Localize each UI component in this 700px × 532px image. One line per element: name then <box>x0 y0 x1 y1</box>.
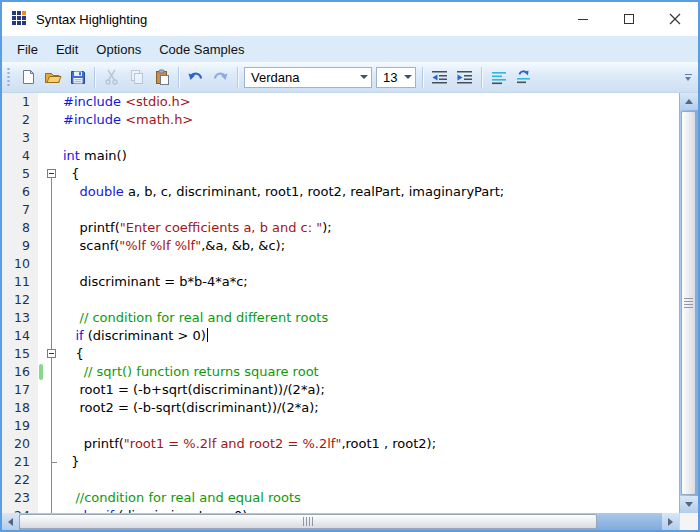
line-number: 18 <box>2 399 38 417</box>
code-text[interactable]: { <box>60 345 679 363</box>
new-file-button[interactable] <box>15 65 40 90</box>
scroll-left-button[interactable] <box>2 513 19 530</box>
scroll-up-button[interactable] <box>680 93 698 110</box>
line-number: 17 <box>2 381 38 399</box>
code-text[interactable]: { <box>60 165 679 183</box>
font-family-value: Verdana <box>245 70 356 85</box>
menu-options[interactable]: Options <box>87 38 150 61</box>
code-line[interactable]: 3 <box>2 129 679 147</box>
horizontal-scroll-thumb[interactable] <box>19 514 597 529</box>
code-line[interactable]: 2#include <math.h> <box>2 111 679 129</box>
code-text[interactable] <box>60 291 679 309</box>
font-size-combo[interactable]: 13 <box>376 67 416 88</box>
copy-button[interactable] <box>124 65 149 90</box>
code-line[interactable]: 12 <box>2 291 679 309</box>
refresh-highlighting-button[interactable] <box>511 65 536 90</box>
fold-collapse-icon[interactable] <box>47 349 56 358</box>
menu-code-samples[interactable]: Code Samples <box>150 38 253 61</box>
highlight-lines-icon <box>491 70 507 85</box>
code-line[interactable]: 8 printf("Enter coefficients a, b and c:… <box>2 219 679 237</box>
menu-file[interactable]: File <box>8 38 47 61</box>
horizontal-scrollbar[interactable] <box>2 513 679 530</box>
toolbar: Verdana 13 <box>2 62 698 93</box>
open-file-button[interactable] <box>40 65 65 90</box>
code-text[interactable]: scanf("%lf %lf %lf",&a, &b, &c); <box>60 237 679 255</box>
code-text[interactable]: printf("Enter coefficients a, b and c: "… <box>60 219 679 237</box>
toolbar-separator <box>178 67 179 88</box>
window-title: Syntax Highlighting <box>36 12 147 27</box>
menu-edit[interactable]: Edit <box>47 38 87 61</box>
code-text[interactable]: #include <math.h> <box>60 111 679 129</box>
scroll-right-button[interactable] <box>662 513 679 530</box>
code-text[interactable]: // sqrt() function returns square root <box>60 363 679 381</box>
font-family-combo[interactable]: Verdana <box>244 67 372 88</box>
horizontal-scroll-track[interactable] <box>19 513 662 530</box>
chevron-down-icon[interactable] <box>356 68 371 87</box>
toolbar-separator <box>422 67 423 88</box>
indent-button[interactable] <box>452 65 477 90</box>
code-editor[interactable]: 1#include <stdio.h>2#include <math.h>34i… <box>2 93 679 513</box>
line-number: 6 <box>2 183 38 201</box>
code-line[interactable]: 7 <box>2 201 679 219</box>
chevron-down-icon[interactable] <box>400 68 415 87</box>
line-number: 16 <box>2 363 38 381</box>
code-line[interactable]: 11 discriminant = b*b-4*a*c; <box>2 273 679 291</box>
close-button[interactable] <box>652 2 698 36</box>
fold-margin <box>44 309 60 327</box>
code-line[interactable]: 15 { <box>2 345 679 363</box>
code-line[interactable]: 20 printf("root1 = %.2lf and root2 = %.2… <box>2 435 679 453</box>
code-line[interactable]: 23 //condition for real and equal roots <box>2 489 679 507</box>
highlight-selection-button[interactable] <box>486 65 511 90</box>
code-text[interactable]: root2 = (-b-sqrt(discriminant))/(2*a); <box>60 399 679 417</box>
undo-button[interactable] <box>183 65 208 90</box>
code-text[interactable]: root1 = (-b+sqrt(discriminant))/(2*a); <box>60 381 679 399</box>
fold-margin <box>44 327 60 345</box>
code-text[interactable]: printf("root1 = %.2lf and root2 = %.2lf"… <box>60 435 679 453</box>
code-line[interactable]: 4int main() <box>2 147 679 165</box>
line-number: 10 <box>2 255 38 273</box>
code-text[interactable] <box>60 417 679 435</box>
code-line[interactable]: 1#include <stdio.h> <box>2 93 679 111</box>
code-line[interactable]: 21 } <box>2 453 679 471</box>
code-line[interactable]: 18 root2 = (-b-sqrt(discriminant))/(2*a)… <box>2 399 679 417</box>
redo-button[interactable] <box>208 65 233 90</box>
toolbar-grip[interactable] <box>7 67 10 87</box>
arrow-left-icon <box>8 518 13 526</box>
code-line[interactable]: 17 root1 = (-b+sqrt(discriminant))/(2*a)… <box>2 381 679 399</box>
code-line[interactable]: 9 scanf("%lf %lf %lf",&a, &b, &c); <box>2 237 679 255</box>
code-text[interactable]: if (discriminant > 0) <box>60 327 679 345</box>
code-text[interactable]: double a, b, c, discriminant, root1, roo… <box>60 183 679 201</box>
code-text[interactable]: } <box>60 453 679 471</box>
redo-icon <box>212 69 229 85</box>
scroll-down-button[interactable] <box>680 496 698 513</box>
code-text[interactable] <box>60 201 679 219</box>
outdent-button[interactable] <box>427 65 452 90</box>
cut-scissors-icon <box>104 69 119 85</box>
code-text[interactable] <box>60 471 679 489</box>
code-line[interactable]: 13 // condition for real and different r… <box>2 309 679 327</box>
minimize-button[interactable] <box>560 2 606 36</box>
vertical-scroll-thumb[interactable] <box>681 111 696 495</box>
code-text[interactable]: discriminant = b*b-4*a*c; <box>60 273 679 291</box>
code-text[interactable] <box>60 129 679 147</box>
vertical-scrollbar[interactable] <box>679 93 698 513</box>
maximize-button[interactable] <box>606 2 652 36</box>
code-line[interactable]: 14 if (discriminant > 0) <box>2 327 679 345</box>
text-caret <box>207 328 208 342</box>
code-text[interactable] <box>60 255 679 273</box>
code-text[interactable]: //condition for real and equal roots <box>60 489 679 507</box>
code-line[interactable]: 19 <box>2 417 679 435</box>
fold-collapse-icon[interactable] <box>47 169 56 178</box>
code-line[interactable]: 22 <box>2 471 679 489</box>
cut-button[interactable] <box>99 65 124 90</box>
code-text[interactable]: // condition for real and different root… <box>60 309 679 327</box>
code-text[interactable]: int main() <box>60 147 679 165</box>
paste-button[interactable] <box>149 65 174 90</box>
code-line[interactable]: 16 // sqrt() function returns square roo… <box>2 363 679 381</box>
code-line[interactable]: 6 double a, b, c, discriminant, root1, r… <box>2 183 679 201</box>
save-file-button[interactable] <box>65 65 90 90</box>
toolbar-overflow-button[interactable] <box>682 65 694 89</box>
code-line[interactable]: 5 { <box>2 165 679 183</box>
code-line[interactable]: 10 <box>2 255 679 273</box>
code-text[interactable]: #include <stdio.h> <box>60 93 679 111</box>
